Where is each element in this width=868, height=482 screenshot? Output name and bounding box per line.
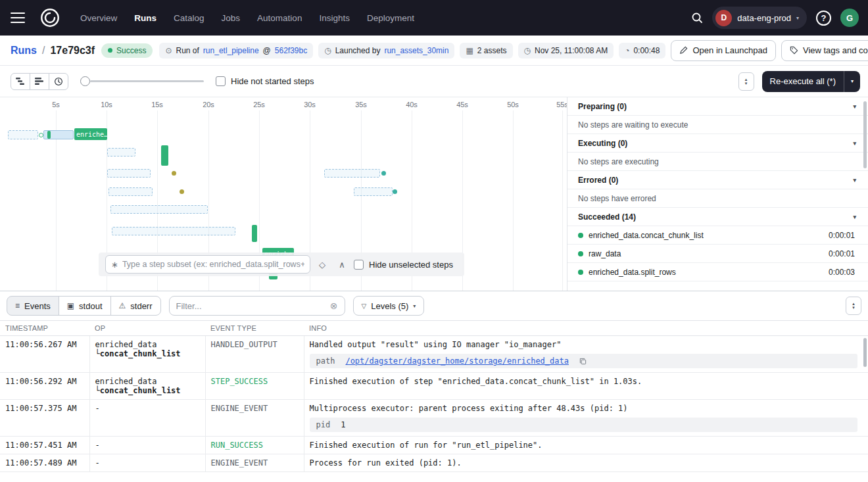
user-avatar[interactable]: G <box>840 9 859 27</box>
tab-label: Events <box>24 301 51 311</box>
gantt-waterfall-view-button[interactable] <box>11 73 30 90</box>
hide-not-started-checkbox[interactable] <box>216 76 226 86</box>
reexecute-all-button[interactable]: Re-execute all (*) ▾ <box>762 71 860 92</box>
status-sections: Preparing (0)▾No steps are waiting to ex… <box>567 97 868 281</box>
zoom-slider[interactable] <box>80 76 204 86</box>
hide-unselected-checkbox[interactable] <box>354 260 364 270</box>
graph-query-icon[interactable]: ◇ <box>314 256 330 272</box>
gantt-tick-label: 55s <box>556 101 567 108</box>
gantt-event-marker[interactable] <box>172 171 176 176</box>
gantt-step-bar-notstarted[interactable] <box>108 187 153 196</box>
gantt-step-bar-notstarted[interactable] <box>107 148 135 157</box>
event-timestamp-cell: 11:00:56.267 AM <box>0 336 89 373</box>
gantt-step-bar-notstarted[interactable] <box>324 169 380 178</box>
events-filter-input[interactable] <box>176 301 325 311</box>
step-subset-input[interactable] <box>122 260 304 269</box>
gantt-step-bar-success[interactable] <box>47 131 51 139</box>
status-step-row[interactable]: raw_data0:00:01 <box>567 245 868 263</box>
tab-stderr[interactable]: ⚠stderr <box>110 296 161 316</box>
nav-item-deployment[interactable]: Deployment <box>367 13 414 23</box>
chevron-down-icon: ▾ <box>853 103 856 110</box>
zoom-slider-knob[interactable] <box>80 76 90 86</box>
breadcrumb-runs-link[interactable]: Runs <box>11 45 37 57</box>
copy-icon[interactable] <box>579 358 587 365</box>
tab-label: stderr <box>130 301 152 311</box>
metadata-value[interactable]: /opt/dagster/dagster_home/storage/enrich… <box>345 356 569 366</box>
hamburger-menu-icon[interactable] <box>9 11 26 24</box>
help-icon[interactable]: ? <box>816 11 831 26</box>
success-dot-icon <box>108 48 112 53</box>
timeline-clock-view-button[interactable] <box>49 73 68 90</box>
nav-item-catalog[interactable]: Catalog <box>174 13 205 23</box>
gantt-step-bar-notstarted[interactable] <box>107 169 151 178</box>
event-timestamp-cell: 11:00:56.292 AM <box>0 373 89 400</box>
status-step-row[interactable]: enriched_data.split_rows0:00:03 <box>567 263 868 281</box>
nav-item-insights[interactable]: Insights <box>319 13 350 23</box>
nav-item-jobs[interactable]: Jobs <box>222 13 241 23</box>
status-panel-scrollbar[interactable] <box>863 101 867 168</box>
gantt-event-marker[interactable] <box>180 189 184 194</box>
nav-item-automation[interactable]: Automation <box>257 13 302 23</box>
status-step-row[interactable]: enriched_data.concat_chunk_list0:00:01 <box>567 226 868 245</box>
events-stepper[interactable]: ▴▾ <box>846 297 861 315</box>
status-section-header[interactable]: Preparing (0)▾ <box>567 97 868 116</box>
gantt-tick-label: 15s <box>151 101 163 108</box>
event-row: 11:00:57.451 AM-RUN_SUCCESSFinished exec… <box>0 437 868 454</box>
levels-dropdown[interactable]: ▽ Levels (5) ▾ <box>353 296 425 316</box>
workspace-label: data-eng-prod <box>737 13 791 23</box>
op-step-name: concat_chunk_list <box>100 349 181 358</box>
collapse-filter-icon[interactable]: ∧ <box>334 256 350 272</box>
tab-stdout[interactable]: ▣stdout <box>59 296 111 316</box>
gantt-tick-label: 35s <box>355 101 367 108</box>
step-name: enriched_data.concat_chunk_list <box>589 231 823 240</box>
column-header: INFO <box>304 321 868 336</box>
gantt-event-marker[interactable] <box>393 189 397 194</box>
events-scrollbar[interactable] <box>863 338 867 367</box>
gantt-flat-view-button[interactable] <box>30 73 49 90</box>
timer-icon: ◔ <box>625 46 629 55</box>
open-in-launchpad-button[interactable]: Open in Launchpad <box>671 40 775 61</box>
gantt-step-bar-notstarted[interactable] <box>8 130 38 139</box>
clear-filter-icon[interactable]: ⊗ <box>330 301 338 311</box>
deployment-avatar: D <box>715 10 732 26</box>
search-icon[interactable] <box>691 12 703 24</box>
event-timestamp-cell: 11:00:57.489 AM <box>0 454 89 472</box>
status-section-header[interactable]: Errored (0)▾ <box>567 171 868 189</box>
gantt-tick-label: 50s <box>507 101 519 108</box>
gantt-step-bar-notstarted[interactable] <box>354 187 393 196</box>
chevron-down-icon: ▾ <box>796 15 799 21</box>
expand-collapse-stepper[interactable]: ▴▾ <box>738 72 754 91</box>
gantt-canvas[interactable]: 5s10s15s20s25s30s35s40s45s50s55senriche…… <box>0 97 567 291</box>
elbow-icon: └ <box>95 386 100 395</box>
nav-item-runs[interactable]: Runs <box>134 13 157 23</box>
chevron-down-icon[interactable]: ▾ <box>844 78 860 84</box>
run-tag: ◔0:00:48 <box>619 43 665 59</box>
tab-events[interactable]: ≡Events <box>7 296 59 316</box>
hide-not-started-label: Hide not started steps <box>231 76 314 86</box>
event-type-label: RUN_SUCCESS <box>211 441 263 450</box>
status-section-header[interactable]: Succeeded (14)▾ <box>567 208 868 226</box>
event-info-cell: Finished execution of step "enriched_dat… <box>304 373 868 400</box>
view-tags-config-button[interactable]: View tags and config <box>781 40 868 61</box>
schedule-icon: ◷ <box>324 46 331 55</box>
gantt-step-bar-notstarted[interactable] <box>112 227 235 235</box>
gantt-tick-label: 40s <box>406 101 418 108</box>
dagster-logo-icon[interactable] <box>39 7 60 28</box>
gantt-event-marker[interactable] <box>39 133 43 137</box>
gantt-step-bar-success[interactable]: enriche… <box>74 128 107 140</box>
levels-label: Levels (5) <box>371 301 408 311</box>
gantt-step-bar-success[interactable] <box>161 145 168 166</box>
tag-part[interactable]: run_etl_pipeline <box>203 46 259 55</box>
nav-item-overview[interactable]: Overview <box>80 13 117 23</box>
tag-part[interactable]: run_assets_30min <box>384 46 448 55</box>
hide-unselected-label: Hide unselected steps <box>369 260 453 270</box>
gantt-step-bar-success[interactable] <box>252 225 257 242</box>
workspace-switcher[interactable]: D data-eng-prod ▾ <box>712 7 807 29</box>
tag-part[interactable]: 562f39bc <box>275 46 307 55</box>
zoom-slider-track[interactable] <box>90 80 204 82</box>
status-section-title: Executing (0) <box>578 139 627 148</box>
gantt-event-marker[interactable] <box>381 171 386 176</box>
status-section-header[interactable]: Executing (0)▾ <box>567 134 868 153</box>
gantt-step-bar-notstarted[interactable] <box>110 205 208 214</box>
tag-icon <box>790 46 798 55</box>
